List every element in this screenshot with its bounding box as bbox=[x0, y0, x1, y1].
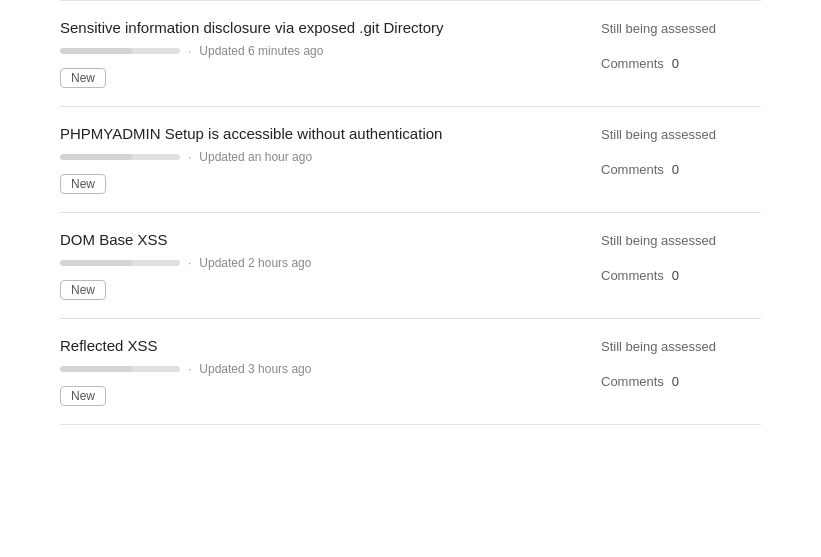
item-left-4: Reflected XSS · Updated 3 hours ago New bbox=[60, 337, 601, 406]
meta-dot: · bbox=[188, 150, 191, 164]
status-text: Still being assessed bbox=[601, 339, 761, 354]
progress-fill bbox=[60, 366, 132, 372]
item-left-1: Sensitive information disclosure via exp… bbox=[60, 19, 601, 88]
meta-dot: · bbox=[188, 256, 191, 270]
meta-dot: · bbox=[188, 44, 191, 58]
comments-label: Comments bbox=[601, 56, 664, 71]
comments-count: 0 bbox=[672, 268, 679, 283]
updated-text: Updated 3 hours ago bbox=[199, 362, 311, 376]
progress-bar bbox=[60, 154, 180, 160]
progress-bar bbox=[60, 48, 180, 54]
comments-count: 0 bbox=[672, 162, 679, 177]
item-meta: · Updated an hour ago bbox=[60, 150, 561, 164]
item-left-2: PHPMYADMIN Setup is accessible without a… bbox=[60, 125, 601, 194]
item-right-4: Still being assessed Comments 0 bbox=[601, 337, 761, 389]
item-right-1: Still being assessed Comments 0 bbox=[601, 19, 761, 71]
updated-text: Updated 6 minutes ago bbox=[199, 44, 323, 58]
item-meta: · Updated 6 minutes ago bbox=[60, 44, 561, 58]
progress-fill bbox=[60, 154, 132, 160]
status-text: Still being assessed bbox=[601, 127, 761, 142]
item-left-3: DOM Base XSS · Updated 2 hours ago New bbox=[60, 231, 601, 300]
comments-row: Comments 0 bbox=[601, 162, 761, 177]
item-meta: · Updated 3 hours ago bbox=[60, 362, 561, 376]
progress-fill bbox=[60, 260, 132, 266]
list-item[interactable]: Sensitive information disclosure via exp… bbox=[60, 0, 761, 107]
status-text: Still being assessed bbox=[601, 233, 761, 248]
comments-row: Comments 0 bbox=[601, 268, 761, 283]
list-item[interactable]: Reflected XSS · Updated 3 hours ago New … bbox=[60, 319, 761, 425]
item-title: Sensitive information disclosure via exp… bbox=[60, 19, 561, 36]
item-title: Reflected XSS bbox=[60, 337, 561, 354]
comments-row: Comments 0 bbox=[601, 374, 761, 389]
comments-label: Comments bbox=[601, 374, 664, 389]
item-right-2: Still being assessed Comments 0 bbox=[601, 125, 761, 177]
comments-row: Comments 0 bbox=[601, 56, 761, 71]
item-right-3: Still being assessed Comments 0 bbox=[601, 231, 761, 283]
new-badge: New bbox=[60, 280, 106, 300]
comments-count: 0 bbox=[672, 374, 679, 389]
items-container: Sensitive information disclosure via exp… bbox=[0, 0, 821, 425]
progress-bar bbox=[60, 366, 180, 372]
item-meta: · Updated 2 hours ago bbox=[60, 256, 561, 270]
comments-count: 0 bbox=[672, 56, 679, 71]
new-badge: New bbox=[60, 386, 106, 406]
new-badge: New bbox=[60, 174, 106, 194]
list-item[interactable]: PHPMYADMIN Setup is accessible without a… bbox=[60, 107, 761, 213]
progress-fill bbox=[60, 48, 132, 54]
new-badge: New bbox=[60, 68, 106, 88]
comments-label: Comments bbox=[601, 268, 664, 283]
updated-text: Updated an hour ago bbox=[199, 150, 312, 164]
progress-bar bbox=[60, 260, 180, 266]
item-title: PHPMYADMIN Setup is accessible without a… bbox=[60, 125, 561, 142]
comments-label: Comments bbox=[601, 162, 664, 177]
updated-text: Updated 2 hours ago bbox=[199, 256, 311, 270]
meta-dot: · bbox=[188, 362, 191, 376]
status-text: Still being assessed bbox=[601, 21, 761, 36]
item-title: DOM Base XSS bbox=[60, 231, 561, 248]
list-item[interactable]: DOM Base XSS · Updated 2 hours ago New S… bbox=[60, 213, 761, 319]
